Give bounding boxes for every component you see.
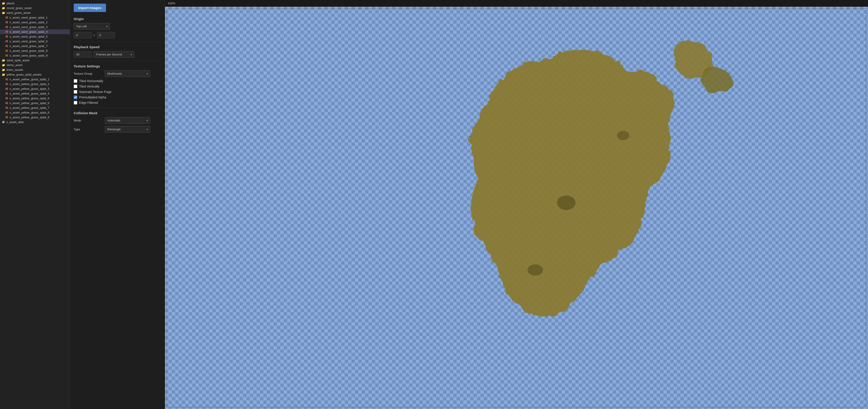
tiled-vertically-label[interactable]: Tiled Vertically (79, 85, 99, 88)
folder-icon: 📁 (2, 64, 5, 67)
folder-icon: 📁 (2, 68, 5, 71)
premultiplied-alpha-checkbox[interactable] (74, 95, 77, 99)
tree-item-s_asset_sand_grass_splat_6[interactable]: 🍂s_asset_sand_grass_splat_6 (0, 39, 70, 43)
separate-texture-checkbox[interactable] (74, 90, 77, 94)
tree-item-s_asset_yellow_grass_splat_8[interactable]: 🍂s_asset_yellow_grass_splat_8 (0, 110, 70, 115)
texture-overlay (165, 7, 868, 409)
texture-group-label: Texture Group (74, 72, 103, 75)
tree-item-s_asset_yellow_grass_splat_1[interactable]: 🍂s_asset_yellow_grass_splat_1 (0, 77, 70, 82)
tree-item-trees_assets[interactable]: 📁trees_assets (0, 67, 70, 72)
file-icon: 🍂 (5, 16, 8, 19)
x-separator: x (94, 33, 95, 37)
tree-item-label: s_asset_yellow_grass_splat_5 (9, 96, 49, 100)
separate-texture-row: Seperate Texture Page (74, 90, 161, 94)
tiled-horizontally-checkbox[interactable] (74, 79, 77, 83)
tree-item-s_asset_sand_grass_splat_3[interactable]: 🍂s_asset_sand_grass_splat_3 (0, 25, 70, 29)
texture-blob (470, 49, 674, 318)
premultiplied-alpha-row: Premultiplied Alpha (74, 95, 161, 99)
edge-filtered-checkbox[interactable] (74, 101, 77, 105)
premultiplied-alpha-label[interactable]: Premultiplied Alpha (79, 95, 106, 99)
import-images-button[interactable]: Import Images (74, 4, 106, 12)
tree-item-label: s_asset_yellow_grass_splat_8 (9, 111, 49, 114)
tree-item-label: s_asset_sand_grass_splat_7 (9, 44, 48, 48)
file-icon: 🍂 (5, 26, 8, 29)
tree-item-s_asset_yellow_grass_splat_9[interactable]: 🍂s_asset_yellow_grass_splat_9 (0, 115, 70, 120)
tree-item-label: stone_asset (6, 63, 22, 67)
tree-item-label: trees_assets (6, 68, 23, 71)
tree-item-s_asset_yellow_grass_splat_4[interactable]: 🍂s_asset_yellow_grass_splat_4 (0, 91, 70, 96)
tiled-horizontally-label[interactable]: Tiled Horizontally (79, 79, 103, 83)
collision-type-label: Type (74, 127, 103, 131)
tree-item-label: s_asset_sand_grass_splat_5 (9, 35, 48, 38)
tree-item-label: s_asset_sand_grass_splat_9 (9, 54, 48, 57)
tree-item-s_asset_altar[interactable]: 🧦s_asset_altar (0, 120, 70, 124)
origin-section-label: Origin (74, 17, 161, 21)
separate-texture-label[interactable]: Seperate Texture Page (79, 90, 112, 94)
preview-panel: 100% (165, 0, 868, 409)
tree-item-label: s_asset_sand_grass_splat_4 (9, 30, 48, 33)
texture-group-dropdown[interactable]: MudAssets Default Custom (105, 70, 150, 77)
file-icon: 🍂 (5, 54, 8, 57)
preview-header: 100% (165, 0, 868, 7)
tree-item-s_asset_yellow_grass_splat_5[interactable]: 🍂s_asset_yellow_grass_splat_5 (0, 96, 70, 101)
playback-speed-label: Playback Speed (74, 45, 161, 49)
tiled-vertically-checkbox[interactable] (74, 85, 77, 88)
playback-unit-dropdown[interactable]: Frames per Second Seconds per Frame (94, 51, 134, 58)
file-icon: 🍂 (5, 97, 8, 100)
file-icon: 🍂 (5, 87, 8, 90)
tree-item-s_asset_sand_grass_splat_8[interactable]: 🍂s_asset_sand_grass_splat_8 (0, 49, 70, 53)
file-icon: 🍂 (5, 21, 8, 24)
file-icon: 🍂 (5, 101, 8, 105)
tree-item-s_asset_sand_grass_splat_9[interactable]: 🍂s_asset_sand_grass_splat_9 (0, 53, 70, 58)
origin-x-input[interactable] (74, 32, 92, 38)
tree-item-round_grass_asset[interactable]: 📁round_grass_asset (0, 6, 70, 10)
file-icon: 🍂 (5, 49, 8, 52)
divider-2 (74, 61, 161, 61)
file-tree[interactable]: 📁plants📁round_grass_asset📁sand_grass_ass… (0, 0, 70, 409)
origin-dropdown[interactable]: Top Left Center Bottom Left Top Right Bo… (74, 23, 110, 30)
tree-item-sand_grass_asset[interactable]: 📁sand_grass_asset (0, 10, 70, 15)
tree-item-yellow_grass_splat_assets[interactable]: 📁yellow_grass_splat_assets (0, 72, 70, 77)
tree-item-label: s_asset_sand_grass_splat_3 (9, 25, 48, 29)
tree-item-s_asset_yellow_grass_splat_6[interactable]: 🍂s_asset_yellow_grass_splat_6 (0, 101, 70, 106)
collision-mask-label: Collision Mask (74, 111, 161, 115)
collision-mode-dropdown[interactable]: Automatic Manual (105, 117, 150, 124)
file-icon: 🍂 (5, 40, 8, 43)
tree-item-s_asset_yellow_grass_splat_2[interactable]: 🍂s_asset_yellow_grass_splat_2 (0, 82, 70, 86)
tree-item-plants[interactable]: 📁plants (0, 1, 70, 6)
tree-item-label: s_asset_yellow_grass_splat_1 (9, 78, 49, 81)
detail-spot-3 (527, 264, 543, 275)
folder-icon: 📁 (2, 2, 5, 5)
tree-item-s_asset_yellow_grass_splat_3[interactable]: 🍂s_asset_yellow_grass_splat_3 (0, 86, 70, 91)
tiled-horizontally-row: Tiled Horizontally (74, 79, 161, 83)
tree-item-label: s_asset_sand_grass_splat_6 (9, 39, 48, 43)
tree-item-sand_splat_asset[interactable]: 📁sand_splat_asset (0, 58, 70, 63)
tree-item-label: s_asset_yellow_grass_splat_7 (9, 106, 49, 110)
collision-type-dropdown[interactable]: Rectangle Ellipse Diamond Precise (105, 126, 150, 133)
file-icon: 🍂 (5, 111, 8, 114)
tree-item-s_asset_yellow_grass_splat_7[interactable]: 🍂s_asset_yellow_grass_splat_7 (0, 106, 70, 110)
tree-item-s_asset_sand_grass_splat_5[interactable]: 🍂s_asset_sand_grass_splat_5 (0, 34, 70, 39)
origin-y-input[interactable] (97, 32, 115, 38)
tree-item-s_asset_sand_grass_splat_4[interactable]: 🍂s_asset_sand_grass_splat_4 (0, 29, 70, 34)
divider-3 (74, 108, 161, 108)
tree-item-label: yellow_grass_splat_assets (6, 73, 41, 76)
tree-item-s_asset_sand_grass_splat_1[interactable]: 🍂s_asset_sand_grass_splat_1 (0, 15, 70, 20)
tree-item-label: s_asset_yellow_grass_splat_3 (9, 87, 49, 90)
preview-canvas[interactable] (165, 7, 868, 409)
tree-item-label: sand_splat_asset (6, 59, 29, 62)
folder-icon: 📁 (2, 11, 5, 14)
zoom-level: 100% (168, 2, 175, 5)
playback-speed-input[interactable] (74, 51, 92, 58)
tree-item-label: s_asset_yellow_grass_splat_2 (9, 82, 49, 86)
tree-item-s_asset_sand_grass_splat_2[interactable]: 🍂s_asset_sand_grass_splat_2 (0, 20, 70, 25)
texture-blob-tiny (701, 66, 732, 93)
tree-item-s_asset_sand_grass_splat_7[interactable]: 🍂s_asset_sand_grass_splat_7 (0, 43, 70, 49)
edge-filtered-label[interactable]: Edge Filtered (79, 101, 98, 105)
divider-1 (74, 41, 161, 42)
tree-item-stone_asset[interactable]: 📁stone_asset (0, 63, 70, 67)
detail-spot-1 (557, 196, 575, 210)
file-icon: 🍂 (5, 116, 8, 119)
file-icon: 🍂 (5, 30, 8, 33)
file-icon: 🍂 (5, 45, 8, 48)
